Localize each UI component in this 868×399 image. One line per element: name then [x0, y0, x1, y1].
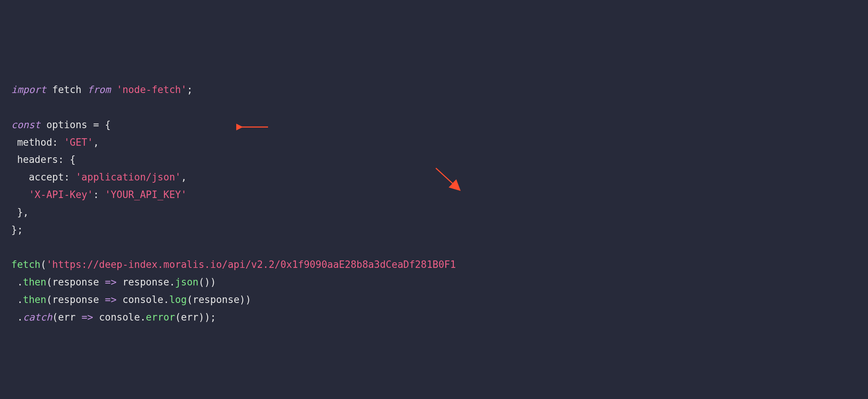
- paren-close: ): [198, 312, 204, 323]
- equals: =: [93, 119, 99, 130]
- space: [111, 84, 117, 95]
- method-then: then: [23, 276, 46, 288]
- obj-console: console: [122, 294, 163, 305]
- paren-close: ): [210, 276, 216, 288]
- arg-response: response: [193, 294, 239, 305]
- prop-accept: accept: [29, 171, 64, 183]
- keyword-import: import: [11, 84, 46, 95]
- prop-x-api-key: 'X-API-Key': [29, 189, 93, 200]
- paren-open: (: [187, 294, 193, 305]
- param-response: response: [52, 276, 105, 288]
- code-line-14: .catch(err => console.error(err));: [11, 312, 216, 323]
- semicolon: ;: [187, 84, 193, 95]
- colon: :: [93, 189, 105, 200]
- code-line-1: import fetch from 'node-fetch';: [11, 84, 193, 95]
- method-json: json: [175, 276, 198, 288]
- prop-method: method: [17, 137, 52, 148]
- space: [93, 312, 99, 323]
- brace-close: }: [17, 207, 23, 218]
- paren-close: ): [204, 312, 210, 323]
- code-line-3: const options = {: [11, 119, 111, 130]
- brace-close: }: [11, 224, 17, 235]
- dot: .: [17, 276, 23, 288]
- code-line-6: accept: 'application/json',: [11, 171, 187, 183]
- arrow-func: =>: [105, 276, 116, 288]
- brace-open: {: [70, 154, 76, 165]
- method-then: then: [23, 294, 46, 305]
- semicolon: ;: [210, 312, 216, 323]
- indent: [11, 189, 29, 200]
- identifier-options: options: [40, 119, 93, 130]
- space: [117, 276, 123, 288]
- string-api-key: 'YOUR_API_KEY': [105, 189, 187, 200]
- space: [117, 294, 123, 305]
- comma: ,: [181, 171, 187, 183]
- string-get: 'GET': [64, 137, 93, 148]
- dot: .: [163, 294, 169, 305]
- string-url: 'https://deep-index.moralis.io/api/v2.2/…: [46, 259, 456, 270]
- arg-err: err: [181, 312, 198, 323]
- indent: [11, 171, 29, 183]
- param-err: err: [58, 312, 81, 323]
- paren-open: (: [52, 312, 58, 323]
- paren-open: (: [175, 312, 181, 323]
- func-fetch: fetch: [11, 259, 40, 270]
- string-json: 'application/json': [76, 171, 181, 183]
- string-module: 'node-fetch': [117, 84, 187, 95]
- code-block: import fetch from 'node-fetch'; const op…: [11, 81, 857, 326]
- comma: ,: [23, 207, 29, 218]
- dot: .: [17, 294, 23, 305]
- indent: [11, 207, 17, 218]
- paren-close: ): [245, 294, 251, 305]
- method-log: log: [169, 294, 187, 305]
- obj-console: console: [99, 312, 140, 323]
- code-line-13: .then(response => console.log(response)): [11, 294, 251, 305]
- keyword-from: from: [87, 84, 111, 95]
- indent: [11, 154, 17, 165]
- paren-open: (: [46, 276, 52, 288]
- colon: :: [52, 137, 64, 148]
- indent: [11, 137, 17, 148]
- indent: [11, 312, 17, 323]
- keyword-const: const: [11, 119, 40, 130]
- code-line-7: 'X-API-Key': 'YOUR_API_KEY': [11, 189, 187, 200]
- code-line-12: .then(response => response.json()): [11, 276, 216, 288]
- identifier-fetch: fetch: [46, 84, 87, 95]
- code-line-8: },: [11, 207, 29, 218]
- arrow-func: =>: [105, 294, 116, 305]
- comma: ,: [93, 137, 99, 148]
- code-line-9: };: [11, 224, 23, 235]
- semicolon: ;: [17, 224, 23, 235]
- dot: .: [140, 312, 146, 323]
- code-line-5: headers: {: [11, 154, 76, 165]
- code-line-11: fetch('https://deep-index.moralis.io/api…: [11, 259, 456, 270]
- dot: .: [17, 312, 23, 323]
- code-line-4: method: 'GET',: [11, 137, 99, 148]
- dot: .: [169, 276, 175, 288]
- paren-open: (: [40, 259, 46, 270]
- param-response: response: [52, 294, 105, 305]
- indent: [11, 276, 17, 288]
- colon: :: [64, 171, 76, 183]
- arrow-func: =>: [81, 312, 93, 323]
- colon: :: [58, 154, 70, 165]
- paren-close: ): [240, 294, 246, 305]
- paren-open: (: [46, 294, 52, 305]
- indent: [11, 294, 17, 305]
- method-error: error: [146, 312, 175, 323]
- parens: (): [198, 276, 210, 288]
- method-catch: catch: [23, 312, 52, 323]
- obj-response: response: [122, 276, 169, 288]
- brace-open: {: [99, 119, 111, 130]
- prop-headers: headers: [17, 154, 58, 165]
